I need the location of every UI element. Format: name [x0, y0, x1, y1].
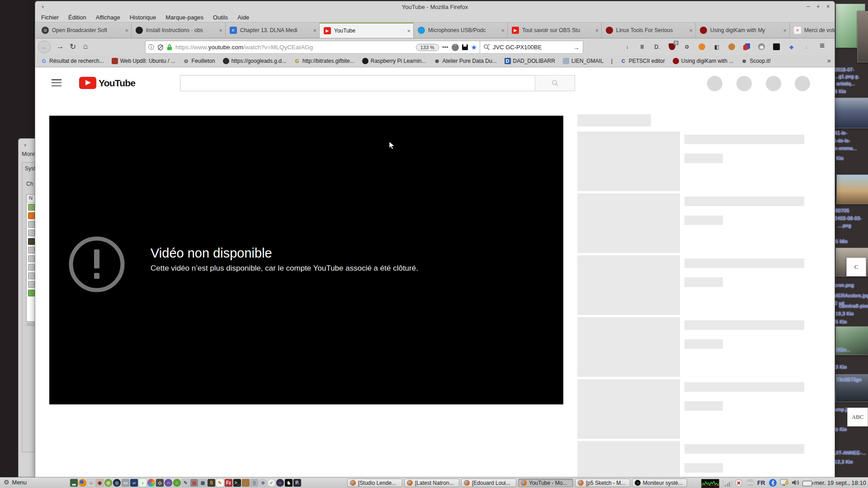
browser-tab[interactable]: Linux Tools For Serious ×: [602, 23, 696, 38]
tracking-protection-icon[interactable]: [157, 44, 164, 51]
toolbar-extension-icon[interactable]: D.: [653, 42, 661, 51]
desktop-item[interactable]: [835, 98, 868, 128]
launcher-icon[interactable]: >_: [233, 479, 241, 487]
desktop-item[interactable]: BGn...: [836, 347, 850, 352]
launcher-icon[interactable]: ▰: [130, 479, 138, 487]
avatar-placeholder[interactable]: [707, 76, 722, 91]
desktop-item[interactable]: 80705: [835, 208, 849, 213]
toolbar-extension-icon[interactable]: ◉: [757, 42, 766, 51]
youtube-menu-icon[interactable]: [52, 79, 61, 86]
taskbar-window-button[interactable]: [Studio Lende...: [347, 479, 402, 487]
desktop-item[interactable]: [857, 11, 868, 62]
zoom-level-indicator[interactable]: 133 %: [416, 44, 439, 51]
launcher-icon[interactable]: ◉: [96, 479, 104, 487]
desktop-item[interactable]: MERAcolors.jpg: [834, 293, 868, 298]
taskbar-window-button[interactable]: YouTube - Mo...: [518, 479, 573, 487]
desktop-item[interactable]: caméra8-pixe...: [839, 303, 868, 309]
avatar-placeholder[interactable]: [766, 76, 781, 91]
launcher-icon[interactable]: ⊕: [259, 479, 267, 487]
url-text[interactable]: https://www.youtube.com/watch?v=MLQyCEaI…: [175, 44, 413, 51]
display-warning-icon[interactable]: [780, 479, 789, 487]
browser-tab[interactable]: ¤ Merci de votre comman ×: [790, 23, 835, 38]
desktop-item[interactable]: ABC: [847, 408, 868, 427]
launcher-icon[interactable]: ◇: [156, 479, 164, 487]
tab-close-button[interactable]: ×: [407, 28, 410, 34]
menu-item[interactable]: Affichage: [96, 14, 120, 21]
taskbar-window-button[interactable]: [Edouard Loui...: [461, 479, 516, 487]
launcher-icon[interactable]: ●: [276, 479, 284, 487]
launcher-icon[interactable]: ☺: [87, 479, 95, 487]
launcher-icon[interactable]: ∩: [165, 479, 172, 487]
avatar-placeholder[interactable]: [795, 76, 810, 91]
desktop-item[interactable]: Kio: [836, 155, 844, 161]
tab-close-button[interactable]: ×: [783, 27, 787, 34]
toolbar-extension-icon[interactable]: ◧: [712, 42, 721, 51]
youtube-logo[interactable]: YouTube: [79, 77, 135, 89]
battery-icon[interactable]: [802, 481, 812, 486]
desktop-item[interactable]: 2018-07-: [835, 67, 854, 72]
bluetooth-icon[interactable]: [769, 479, 777, 487]
launcher-icon[interactable]: ♪: [139, 479, 146, 487]
search-input-value[interactable]: JVC GC-PX100BE: [493, 44, 570, 51]
search-bar[interactable]: JVC GC-PX100BE →: [480, 41, 583, 54]
browser-tab[interactable]: ⊙ Open Broadcaster Soft ×: [38, 23, 132, 38]
launcher-icon[interactable]: ▯: [250, 479, 258, 487]
maximize-button[interactable]: +: [816, 3, 820, 10]
launcher-icon[interactable]: [79, 479, 86, 487]
toolbar-extension-icon[interactable]: ↓: [623, 42, 632, 51]
clock[interactable]: mer. 19 sept., 18:10: [814, 479, 866, 486]
tab-close-button[interactable]: ×: [125, 27, 128, 34]
taskbar-window-button[interactable]: ~ Moniteur systè...: [632, 479, 687, 487]
launcher-icon[interactable]: ▭: [122, 479, 129, 487]
tab-close-button[interactable]: ×: [501, 27, 505, 34]
desktop-item[interactable]: 2403-08-03-: [835, 216, 862, 221]
search-go-arrow[interactable]: →: [573, 43, 580, 51]
desktop-item[interactable]: 13,3 Kio: [835, 459, 853, 465]
launcher-icon[interactable]: ◎: [113, 479, 121, 487]
titlebar[interactable]: ▾ YouTube - Mozilla Firefox − + ×: [35, 1, 835, 13]
desktop-item[interactable]: artistiq...: [836, 81, 855, 86]
desktop-item[interactable]: e-emma...: [835, 145, 857, 151]
reload-button[interactable]: ↻: [67, 41, 79, 52]
bookmark-item[interactable]: Using digiKam with ...: [673, 58, 733, 64]
desktop-item[interactable]: t-de-la-: [835, 138, 850, 143]
youtube-search-button[interactable]: [535, 75, 575, 91]
desktop-item[interactable]: 73c0B73gn: [836, 377, 862, 382]
tab-close-button[interactable]: ×: [595, 27, 599, 34]
volume-icon[interactable]: [792, 479, 800, 486]
menu-item[interactable]: Aide: [237, 14, 249, 21]
bookmark-star-icon[interactable]: ★: [471, 43, 477, 52]
page-info-icon[interactable]: ⓘ: [148, 43, 154, 52]
bookmark-item[interactable]: ⊙ Feuilleton: [183, 58, 215, 64]
menu-item[interactable]: Édition: [68, 14, 86, 21]
launcher-icon[interactable]: ◎: [104, 479, 112, 487]
system-monitor-tab[interactable]: Ch: [26, 181, 33, 187]
system-monitor-menu[interactable]: Syst: [25, 165, 35, 172]
desktop-item[interactable]: cron.png: [835, 282, 854, 288]
toolbar-extension-icon[interactable]: ↓: [802, 42, 811, 51]
launcher-icon[interactable]: ♞: [285, 479, 292, 487]
taskbar-window-button[interactable]: [Latest Natron...: [404, 479, 459, 487]
toolbar-extension-icon[interactable]: Ⅲ: [638, 42, 646, 51]
launcher-icon[interactable]: ▂: [70, 479, 78, 487]
launcher-icon[interactable]: [147, 479, 155, 487]
toolbar-extension-icon[interactable]: ◆: [787, 42, 796, 51]
browser-tab[interactable]: Microphones USB/Podc ×: [414, 23, 508, 38]
bookmark-item[interactable]: ⊕ Atelier Pure Data Du...: [434, 58, 497, 64]
launcher-icon[interactable]: ▦: [199, 479, 207, 487]
launcher-icon[interactable]: ✎: [182, 479, 189, 487]
bookmarks-overflow-chevron[interactable]: »: [827, 56, 831, 64]
bookmark-item[interactable]: ⊕ Scoop.it!: [741, 58, 771, 64]
forward-button[interactable]: →: [54, 41, 66, 52]
bookmark-item[interactable]: C PETSCII editor: [620, 58, 665, 64]
keyboard-layout-indicator[interactable]: FR: [757, 479, 765, 486]
taskbar-window-button[interactable]: [p5 Sketch - M...: [575, 479, 630, 487]
minimize-button[interactable]: −: [806, 3, 810, 10]
close-button[interactable]: ×: [826, 3, 830, 10]
avatar-placeholder[interactable]: [736, 76, 752, 91]
desktop-item[interactable]: 19,3 Kio: [835, 311, 854, 316]
toolbar-extension-icon[interactable]: [698, 42, 706, 51]
desktop-item[interactable]: 61-le-: [835, 130, 847, 136]
desktop-item[interactable]: b Kio: [835, 427, 847, 432]
video-player[interactable]: Vidéo non disponible Cette vidéo n’est p…: [49, 116, 563, 404]
